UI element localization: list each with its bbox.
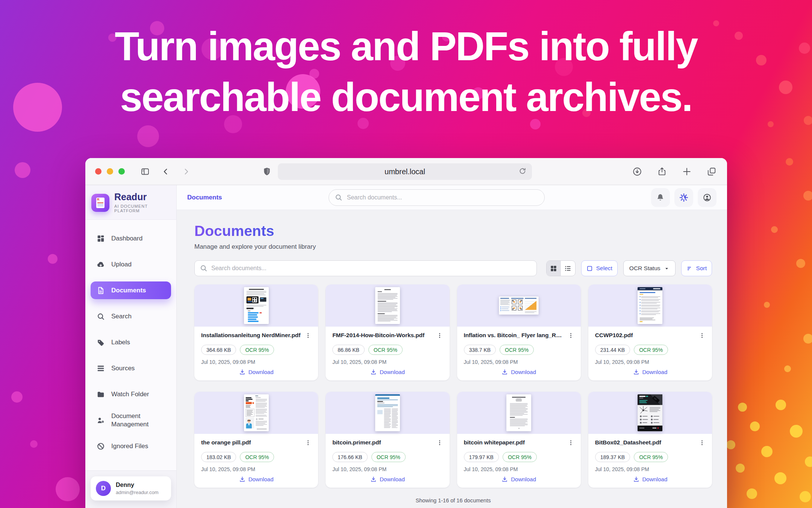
ocr-status-badge: OCR 95% — [240, 452, 274, 462]
checkbox-icon — [586, 265, 593, 272]
document-card[interactable]: FMF-2014-How-Bitcoin-Works.pdf 86.86 KB … — [326, 284, 449, 380]
more-options-icon[interactable] — [436, 332, 443, 340]
brand-tagline: AI DOCUMENT PLATFORM — [114, 204, 170, 213]
tab-overview-icon[interactable] — [707, 167, 717, 176]
document-card[interactable]: bitcoin whitepaper.pdf 179.97 KB OCR 95%… — [457, 392, 581, 488]
more-options-icon[interactable] — [436, 439, 443, 447]
sort-button[interactable]: Sort — [681, 260, 712, 276]
sidebar-item-document-management[interactable]: Document Management — [91, 411, 171, 429]
downloads-icon[interactable] — [632, 167, 642, 176]
document-date: Jul 10, 2025, 09:08 PM — [464, 466, 574, 472]
brand: Readur AI DOCUMENT PLATFORM — [85, 185, 176, 220]
download-icon — [239, 369, 245, 375]
account-button[interactable] — [698, 188, 717, 207]
file-size-badge: 231.44 KB — [595, 345, 630, 355]
document-card[interactable]: the orange pill.pdf 183.02 KB OCR 95% Ju… — [194, 392, 318, 488]
global-search — [329, 189, 545, 206]
labels-icon — [97, 338, 105, 347]
sidebar: Readur AI DOCUMENT PLATFORM Dashboard Up… — [85, 185, 177, 508]
sidebar-item-sources[interactable]: Sources — [91, 359, 171, 377]
address-bar[interactable]: umbrel.local — [278, 163, 532, 180]
browser-window: umbrel.local — [85, 158, 727, 508]
document-name: CCWP102.pdf — [595, 332, 635, 339]
document-date: Jul 10, 2025, 09:08 PM — [201, 359, 311, 365]
download-link[interactable]: Download — [201, 476, 311, 482]
zoom-window-button[interactable] — [118, 168, 125, 175]
select-button[interactable]: Select — [581, 260, 618, 276]
document-card[interactable]: Installationsanleitung NerdMiner.pdf 364… — [194, 284, 318, 380]
document-name: the orange pill.pdf — [201, 439, 253, 446]
documents-grid: Installationsanleitung NerdMiner.pdf 364… — [194, 284, 712, 488]
back-icon[interactable] — [162, 167, 170, 176]
ocr-status-filter[interactable]: OCR Status — [623, 260, 676, 276]
theme-sun-moon-icon — [679, 193, 688, 202]
document-date: Jul 10, 2025, 09:08 PM — [595, 359, 705, 365]
download-icon — [501, 476, 508, 482]
bg-dot — [11, 391, 23, 403]
list-icon — [564, 265, 571, 272]
more-options-icon[interactable] — [699, 439, 705, 447]
sidebar-item-labels[interactable]: Labels — [91, 333, 171, 351]
download-link[interactable]: Download — [201, 369, 311, 375]
ignored-files-icon — [97, 442, 105, 450]
documents-search-input[interactable] — [194, 260, 537, 276]
bg-dot — [764, 302, 770, 308]
user-card[interactable]: D Denny admin@readur.com — [91, 476, 171, 500]
document-card[interactable]: Inflation vs. Bitcoin_ Flyer lang_RGB.pd… — [457, 284, 581, 380]
more-options-icon[interactable] — [568, 439, 574, 447]
download-link[interactable]: Download — [332, 369, 442, 375]
more-options-icon[interactable] — [568, 332, 574, 340]
download-link[interactable]: Download — [595, 476, 705, 482]
sidebar-item-documents[interactable]: Documents — [91, 281, 171, 299]
theme-toggle-button[interactable] — [674, 188, 693, 207]
privacy-shield-icon[interactable] — [262, 166, 272, 178]
more-options-icon[interactable] — [699, 332, 705, 340]
list-view-button[interactable] — [561, 261, 575, 276]
sidebar-item-watch-folder[interactable]: Watch Folder — [91, 385, 171, 403]
download-icon — [370, 476, 377, 482]
sidebar-toggle-icon[interactable] — [141, 167, 150, 176]
download-icon — [370, 369, 377, 375]
reload-icon[interactable] — [518, 167, 527, 178]
global-search-input[interactable] — [329, 189, 545, 206]
close-window-button[interactable] — [95, 168, 102, 175]
new-tab-icon[interactable] — [682, 167, 692, 176]
share-icon[interactable] — [657, 167, 667, 176]
readur-logo-icon — [91, 194, 109, 212]
sidebar-item-search[interactable]: Search — [91, 307, 171, 325]
file-size-badge: 183.02 KB — [201, 452, 236, 462]
notifications-button[interactable] — [651, 188, 670, 207]
more-options-icon[interactable] — [305, 439, 311, 447]
more-options-icon[interactable] — [305, 332, 311, 340]
document-card[interactable]: BitBox02_Datasheet.pdf 189.37 KB OCR 95%… — [588, 392, 712, 488]
document-management-icon — [97, 416, 105, 424]
main-area: Documents — [177, 185, 727, 508]
download-link[interactable]: Download — [595, 369, 705, 375]
grid-view-button[interactable] — [547, 261, 561, 276]
download-link[interactable]: Download — [464, 476, 574, 482]
document-thumbnail — [588, 392, 712, 434]
sidebar-item-dashboard[interactable]: Dashboard — [91, 230, 171, 247]
bg-dot — [796, 259, 805, 268]
bg-dot — [803, 191, 812, 201]
user-name: Denny — [116, 482, 159, 488]
minimize-window-button[interactable] — [107, 168, 113, 175]
search-icon — [97, 312, 105, 321]
sidebar-item-upload[interactable]: Upload — [91, 256, 171, 273]
breadcrumb[interactable]: Documents — [187, 194, 222, 201]
download-link[interactable]: Download — [332, 476, 442, 482]
ocr-status-badge: OCR 95% — [371, 452, 406, 462]
forward-icon[interactable] — [182, 167, 190, 176]
app-topbar: Documents — [177, 185, 727, 210]
search-icon — [335, 193, 342, 203]
sidebar-item-ignored-files[interactable]: Ignored Files — [91, 437, 171, 455]
ocr-status-badge: OCR 95% — [503, 452, 537, 462]
hero-headline: Turn images and PDFs into fullysearchabl… — [0, 21, 812, 123]
document-date: Jul 10, 2025, 09:08 PM — [464, 359, 574, 365]
avatar: D — [96, 481, 111, 496]
document-card[interactable]: CCWP102.pdf 231.44 KB OCR 95% Jul 10, 20… — [588, 284, 712, 380]
download-link[interactable]: Download — [464, 369, 574, 375]
ocr-status-badge: OCR 95% — [634, 345, 668, 355]
bell-icon — [656, 193, 665, 202]
document-card[interactable]: bitcoin.primer.pdf 176.66 KB OCR 95% Jul… — [326, 392, 449, 488]
